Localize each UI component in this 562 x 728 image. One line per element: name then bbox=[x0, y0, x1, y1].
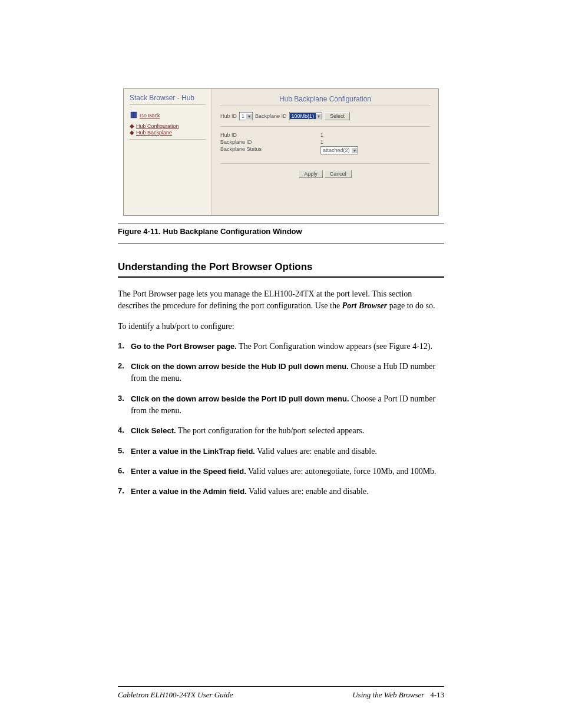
sidebar-divider bbox=[130, 139, 206, 140]
figure-caption: Figure 4-11. Hub Backplane Configuration… bbox=[118, 227, 444, 236]
page-number: 4-13 bbox=[430, 690, 444, 699]
row-hubid-label: Hub ID bbox=[220, 131, 320, 139]
hubid-select[interactable]: 1 ▾ bbox=[239, 112, 253, 120]
figure-rule-top bbox=[118, 223, 444, 223]
document-page: Stack Browser - Hub Go Back ◆ Hub Config… bbox=[0, 0, 562, 728]
footer-rule bbox=[118, 686, 444, 687]
chevron-down-icon: ▾ bbox=[352, 148, 358, 153]
footer-right: Using the Web Browser 4-13 bbox=[352, 690, 444, 700]
divider bbox=[220, 163, 430, 164]
go-back-row[interactable]: Go Back bbox=[130, 111, 206, 120]
chevron-down-icon: ▾ bbox=[246, 114, 252, 119]
step-3: 3. Click on the down arrow beside the Po… bbox=[118, 393, 444, 417]
sidebar-link-2[interactable]: ◆ Hub Backplane bbox=[130, 129, 206, 136]
hub-backplane-link[interactable]: Hub Backplane bbox=[136, 130, 172, 136]
panel-title: Hub Backplane Configuration bbox=[220, 95, 430, 106]
chevron-down-icon: ▾ bbox=[316, 114, 322, 119]
cancel-button[interactable]: Cancel bbox=[325, 170, 352, 178]
step-5: 5. Enter a value in the LinkTrap field. … bbox=[118, 446, 444, 457]
figure-rule-bottom bbox=[118, 243, 444, 243]
select-button[interactable]: Select bbox=[325, 112, 350, 120]
section-heading: Understanding the Port Browser Options bbox=[118, 261, 444, 273]
paragraph-2: To identify a hub/port to configure: bbox=[118, 321, 444, 332]
heading-rule bbox=[118, 276, 444, 278]
step-4: 4. Click Select. The port configuration … bbox=[118, 425, 444, 437]
bullet-icon: ◆ bbox=[130, 129, 134, 136]
screenshot-sidebar: Stack Browser - Hub Go Back ◆ Hub Config… bbox=[124, 89, 212, 215]
row-bpid-value: 1 bbox=[320, 139, 430, 146]
step-7: 7. Enter a value in the Admin field. Val… bbox=[118, 486, 444, 498]
footer: Cabletron ELH100-24TX User Guide Using t… bbox=[118, 690, 444, 700]
book-icon bbox=[130, 111, 138, 120]
sidebar-title: Stack Browser - Hub bbox=[130, 94, 206, 105]
paragraph-1: The Port Browser page lets you manage th… bbox=[118, 288, 444, 312]
selector-row: Hub ID 1 ▾ Backplane ID 100Mb(1) ▾ Selec… bbox=[220, 112, 430, 127]
footer-left: Cabletron ELH100-24TX User Guide bbox=[118, 690, 233, 700]
row-bpstatus-label: Backplane Status bbox=[220, 146, 320, 155]
step-1: 1. Go to the Port Browser page. The Port… bbox=[118, 341, 444, 353]
sidebar-link-1[interactable]: ◆ Hub Configuration bbox=[130, 123, 206, 129]
bullet-icon: ◆ bbox=[130, 123, 134, 129]
step-6: 6. Enter a value in the Speed field. Val… bbox=[118, 466, 444, 477]
bpstatus-select[interactable]: attached(2) ▾ bbox=[320, 146, 358, 154]
screenshot-main: Hub Backplane Configuration Hub ID 1 ▾ B… bbox=[212, 89, 438, 215]
info-grid: Hub ID 1 Backplane ID 1 Backplane Status… bbox=[220, 127, 430, 160]
step-2: 2. Click on the down arrow beside the Hu… bbox=[118, 361, 444, 385]
row-hubid-value: 1 bbox=[320, 131, 430, 139]
hubid-label: Hub ID bbox=[220, 113, 237, 119]
bpid-select[interactable]: 100Mb(1) ▾ bbox=[289, 112, 323, 120]
button-row: Apply Cancel bbox=[220, 170, 430, 178]
bpid-label: Backplane ID bbox=[255, 113, 287, 119]
row-bpid-label: Backplane ID bbox=[220, 139, 320, 146]
apply-button[interactable]: Apply bbox=[299, 170, 323, 178]
go-back-link[interactable]: Go Back bbox=[140, 113, 160, 118]
embedded-screenshot: Stack Browser - Hub Go Back ◆ Hub Config… bbox=[123, 88, 439, 216]
hub-configuration-link[interactable]: Hub Configuration bbox=[136, 123, 179, 129]
